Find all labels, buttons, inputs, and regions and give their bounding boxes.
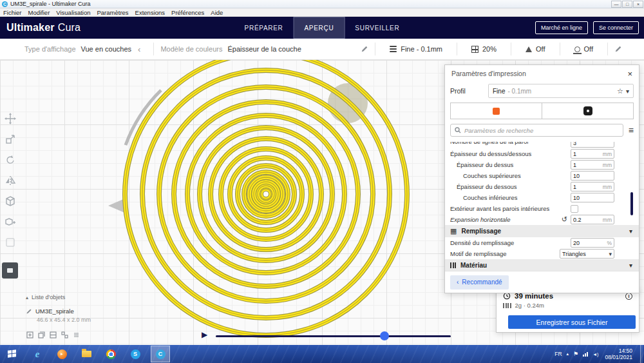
setting-value-input[interactable] bbox=[573, 173, 611, 179]
menu-fichier[interactable]: Fichier bbox=[3, 9, 22, 16]
setting-checkbox[interactable] bbox=[571, 205, 578, 213]
slider-handle[interactable] bbox=[380, 331, 389, 340]
profile-summary[interactable]: Fine - 0.1mm bbox=[382, 45, 450, 53]
tab-recommended[interactable] bbox=[451, 103, 542, 119]
volume-icon[interactable]: ◄) bbox=[592, 352, 598, 357]
edit-settings-pencil-icon[interactable] bbox=[614, 45, 622, 53]
viewport-3d[interactable]: ▶ ▴ Liste d'objets UM3E_spirale 46.6 x 4… bbox=[0, 60, 644, 345]
setting-value-input[interactable] bbox=[573, 142, 611, 146]
language-indicator[interactable]: FR bbox=[554, 351, 562, 357]
object-tool-icon[interactable] bbox=[49, 331, 57, 339]
object-tool-icon[interactable] bbox=[37, 331, 46, 339]
start-button[interactable] bbox=[0, 345, 24, 363]
close-panel-icon[interactable]: × bbox=[627, 70, 632, 78]
per-model-settings-tool-icon[interactable] bbox=[2, 193, 18, 209]
marketplace-button[interactable]: Marché en ligne bbox=[535, 21, 588, 34]
setting-row[interactable]: Couches inférieures bbox=[445, 192, 639, 203]
chevron-left-icon[interactable]: ‹ bbox=[138, 44, 140, 54]
object-tool-icon[interactable] bbox=[26, 331, 34, 339]
adhesion-summary[interactable]: Off bbox=[567, 45, 601, 53]
profile-dropdown[interactable]: Fine - 0.1mm ☆ ▾ bbox=[488, 84, 634, 98]
setting-value-input[interactable] bbox=[573, 162, 601, 168]
rename-pencil-icon[interactable] bbox=[26, 308, 32, 315]
recommended-mode-button[interactable]: ‹ Recommandé bbox=[450, 275, 509, 289]
support-blocker-tool-icon[interactable] bbox=[2, 213, 18, 230]
file-explorer-icon[interactable] bbox=[77, 346, 95, 362]
setting-value-input[interactable] bbox=[573, 151, 601, 157]
object-tool-icon[interactable] bbox=[61, 331, 69, 339]
tab-preparer[interactable]: PRÉPARER bbox=[234, 17, 294, 39]
setting-value-box[interactable]: mm bbox=[571, 160, 614, 170]
setting-value-box[interactable]: mm bbox=[571, 149, 614, 159]
menu-aide[interactable]: Aide bbox=[211, 9, 223, 16]
color-scheme-value[interactable]: Épaisseur de la couche bbox=[227, 45, 301, 53]
save-to-file-button[interactable]: Enregistrer sous Fichier bbox=[508, 315, 636, 329]
setting-value-box[interactable]: % bbox=[571, 238, 614, 248]
setting-value-input[interactable] bbox=[573, 184, 601, 190]
setting-row[interactable]: Motif de remplissage Triangles ▾ bbox=[445, 248, 639, 259]
mirror-tool-icon[interactable] bbox=[2, 172, 18, 188]
rotate-tool-icon[interactable] bbox=[2, 152, 18, 168]
setting-row[interactable]: Expansion horizontale ↺ mm bbox=[445, 214, 639, 225]
menu-modifier[interactable]: Modifier bbox=[28, 9, 50, 16]
setting-value-input[interactable] bbox=[573, 195, 611, 201]
setting-row[interactable]: Épaisseur du dessous mm bbox=[445, 181, 639, 192]
cura-taskbar-icon[interactable]: C bbox=[151, 346, 170, 362]
section-material[interactable]: Matériau ▾ bbox=[445, 259, 639, 271]
reset-icon[interactable]: ↺ bbox=[562, 216, 567, 223]
setting-value-box[interactable] bbox=[571, 142, 614, 148]
settings-search-input[interactable] bbox=[464, 127, 619, 134]
menu-visualisation[interactable]: Visualisation bbox=[56, 9, 90, 16]
maximize-button[interactable]: □ bbox=[622, 1, 632, 8]
setting-value-input[interactable] bbox=[573, 240, 605, 246]
info-icon[interactable]: i bbox=[625, 293, 632, 300]
taskbar-clock[interactable]: 14:50 08/01/2021 bbox=[603, 348, 632, 360]
support-summary[interactable]: Off bbox=[518, 45, 553, 53]
setting-row[interactable]: Épaisseur du dessus/dessous mm bbox=[445, 148, 639, 159]
messaging-app-icon[interactable]: S bbox=[126, 346, 144, 362]
action-center-flag-icon[interactable]: ⚑ bbox=[573, 351, 578, 357]
object-tool-icon[interactable] bbox=[72, 331, 80, 339]
extension-tool-icon[interactable] bbox=[2, 234, 18, 250]
minimize-button[interactable]: — bbox=[611, 1, 621, 8]
play-icon[interactable]: ▶ bbox=[202, 330, 207, 339]
menu-extensions[interactable]: Extensions bbox=[135, 9, 165, 16]
edit-pencil-icon[interactable] bbox=[361, 45, 368, 53]
setting-row[interactable]: Extérieur avant les parois intérieures bbox=[445, 203, 639, 214]
close-button[interactable]: × bbox=[633, 1, 643, 8]
setting-value-box[interactable]: mm bbox=[571, 182, 614, 191]
settings-menu-icon[interactable]: ≡ bbox=[629, 125, 634, 135]
setting-row[interactable]: Nombre de lignes de la paroi bbox=[445, 142, 639, 148]
setting-value-box[interactable] bbox=[571, 171, 614, 181]
setting-row[interactable]: Épaisseur du dessus mm bbox=[445, 159, 639, 170]
menu-parametres[interactable]: Paramètres bbox=[97, 9, 128, 16]
tray-chevron-up-icon[interactable]: ▴ bbox=[567, 351, 569, 357]
setting-value-box[interactable] bbox=[571, 193, 614, 202]
section-infill[interactable]: ▦ Remplissage ▾ bbox=[445, 225, 639, 237]
star-icon[interactable]: ☆ bbox=[617, 87, 623, 95]
setting-row[interactable]: Couches supérieures bbox=[445, 170, 639, 181]
object-list-item[interactable]: UM3E_spirale bbox=[26, 308, 91, 315]
show-desktop-button[interactable] bbox=[640, 345, 643, 363]
media-app-icon[interactable]: ▸ bbox=[53, 346, 71, 362]
chrome-icon[interactable] bbox=[102, 346, 120, 362]
network-icon[interactable] bbox=[583, 352, 588, 357]
message-bubble-icon[interactable] bbox=[2, 262, 18, 279]
scrollbar-thumb[interactable] bbox=[630, 192, 633, 215]
signin-button[interactable]: Se connecter bbox=[593, 21, 639, 34]
tab-surveiller[interactable]: SURVEILLER bbox=[345, 17, 410, 39]
move-tool-icon[interactable] bbox=[2, 110, 18, 126]
internet-explorer-icon[interactable]: e bbox=[28, 346, 46, 362]
slider-track[interactable] bbox=[216, 335, 451, 337]
setting-value-box[interactable]: mm bbox=[571, 215, 614, 224]
setting-row[interactable]: Densité du remplissage % bbox=[445, 237, 639, 248]
display-type-value[interactable]: Vue en couches bbox=[81, 45, 131, 53]
object-list-header[interactable]: ▴ Liste d'objets bbox=[26, 294, 91, 300]
tab-custom[interactable] bbox=[542, 103, 633, 119]
menu-preferences[interactable]: Préférences bbox=[171, 9, 204, 16]
tab-apercu[interactable]: APERÇU bbox=[293, 17, 345, 39]
setting-select[interactable]: Triangles ▾ bbox=[560, 249, 614, 259]
settings-search-box[interactable] bbox=[450, 124, 623, 137]
scale-tool-icon[interactable] bbox=[2, 131, 18, 147]
infill-summary[interactable]: 20% bbox=[464, 45, 504, 53]
